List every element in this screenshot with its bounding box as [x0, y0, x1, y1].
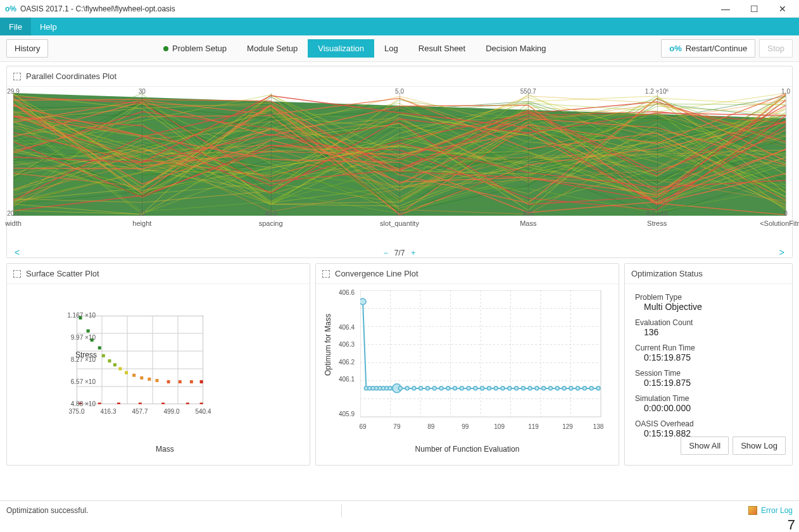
- pc-axis-label: height: [132, 220, 151, 227]
- convergence-title: Convergence Line Plot: [335, 269, 418, 278]
- svg-point-79: [535, 387, 539, 390]
- svg-point-75: [508, 387, 512, 390]
- convergence-panel: Convergence Line Plot Optimum for Mass N…: [315, 263, 619, 466]
- status-label: OASIS Overhead: [635, 419, 782, 428]
- show-all-button[interactable]: Show All: [681, 436, 729, 455]
- status-body: Problem TypeMulti ObjectiveEvaluation Co…: [625, 284, 792, 461]
- toolbar: History Problem Setup Module Setup Visua…: [0, 35, 799, 62]
- status-label: Simulation Time: [635, 394, 782, 403]
- svg-point-88: [596, 387, 600, 390]
- svg-point-67: [453, 387, 457, 390]
- svg-point-80: [542, 387, 546, 390]
- svg-rect-25: [190, 380, 193, 383]
- tab-problem-setup[interactable]: Problem Setup: [153, 39, 237, 58]
- svg-point-70: [474, 387, 477, 390]
- close-button[interactable]: ✕: [779, 4, 786, 14]
- status-message: Optimization successful.: [6, 506, 88, 515]
- svg-point-63: [425, 387, 429, 390]
- status-value: 0:15:19.875: [644, 352, 782, 362]
- svg-rect-23: [167, 380, 170, 383]
- svg-rect-15: [108, 359, 111, 362]
- svg-point-60: [405, 387, 409, 390]
- conv-ylabel: Optimum for Mass: [324, 314, 332, 376]
- svg-point-61: [412, 387, 416, 390]
- svg-point-59: [398, 387, 402, 390]
- pc-pager-plus[interactable]: +: [411, 249, 415, 257]
- svg-point-85: [576, 387, 580, 390]
- svg-rect-13: [98, 346, 101, 349]
- svg-point-83: [562, 387, 566, 390]
- status-item: Problem TypeMulti Objective: [635, 293, 782, 312]
- convergence-plot-body[interactable]: Optimum for Mass Number of Function Eval…: [316, 284, 619, 461]
- svg-point-86: [582, 387, 586, 390]
- svg-rect-31: [161, 403, 165, 405]
- scatter-xlabel: Mass: [156, 445, 174, 454]
- statusbar: Optimization successful. Error Log: [0, 500, 799, 519]
- minimize-button[interactable]: —: [721, 4, 730, 14]
- tab-result-sheet[interactable]: Result Sheet: [408, 39, 475, 58]
- surface-scatter-panel: Surface Scatter Plot Stress Mass 1.167 ×…: [6, 263, 310, 466]
- statusbar-divider: [341, 504, 342, 517]
- restart-continue-button[interactable]: o%Restart/Continue: [661, 39, 755, 58]
- error-log-link[interactable]: Error Log: [748, 506, 793, 515]
- tab-module-setup[interactable]: Module Setup: [237, 39, 308, 58]
- status-label: Current Run Time: [635, 343, 782, 352]
- svg-rect-22: [155, 379, 158, 382]
- content-area: Parallel Coordinates Plot width29.920.1h…: [0, 62, 799, 474]
- svg-point-66: [446, 387, 450, 390]
- svg-point-84: [569, 387, 573, 390]
- expand-icon[interactable]: [13, 73, 21, 80]
- parallel-plot-body[interactable]: width29.920.1height3020spacing40.0slot_q…: [7, 87, 792, 257]
- scatter-title: Surface Scatter Plot: [26, 269, 99, 278]
- svg-rect-18: [125, 371, 128, 374]
- svg-point-76: [515, 387, 519, 390]
- pc-pager-minus[interactable]: −: [384, 249, 388, 257]
- main-tabs: Problem Setup Module Setup Visualization…: [153, 39, 557, 58]
- history-button[interactable]: History: [6, 39, 48, 58]
- expand-icon[interactable]: [13, 270, 21, 278]
- svg-point-68: [460, 387, 463, 390]
- status-item: Evaluation Count136: [635, 318, 782, 337]
- pc-axis-label: slot_quantity: [380, 220, 419, 227]
- svg-rect-20: [140, 376, 143, 380]
- svg-point-62: [419, 387, 423, 390]
- svg-rect-24: [179, 380, 182, 383]
- svg-point-77: [521, 387, 525, 390]
- expand-icon[interactable]: [322, 270, 330, 278]
- app-icon: o%: [5, 4, 16, 13]
- tab-decision-making[interactable]: Decision Making: [475, 39, 556, 58]
- tab-log[interactable]: Log: [374, 39, 408, 58]
- svg-point-71: [481, 387, 484, 390]
- pc-prev-button[interactable]: <: [15, 247, 20, 257]
- status-value: Multi Objective: [644, 302, 782, 312]
- status-value: 136: [644, 327, 782, 337]
- svg-rect-19: [132, 374, 135, 377]
- svg-point-72: [487, 387, 491, 390]
- svg-point-82: [555, 387, 559, 390]
- svg-rect-21: [148, 378, 151, 381]
- show-log-button[interactable]: Show Log: [733, 436, 786, 455]
- scatter-plot-body[interactable]: Stress Mass 1.167 ×109.97 ×108.27 ×106.5…: [7, 284, 310, 461]
- pc-next-button[interactable]: >: [779, 247, 784, 257]
- titlebar: o% OASIS 2017.1 - C:\flywheel\flywheel-o…: [0, 0, 799, 18]
- svg-point-69: [467, 387, 470, 390]
- svg-rect-17: [118, 367, 122, 370]
- pc-axis-label: Stress: [647, 220, 667, 227]
- status-value: 0:00:00.000: [644, 403, 782, 413]
- status-label: Session Time: [635, 369, 782, 378]
- svg-point-74: [501, 387, 505, 390]
- maximize-button[interactable]: ☐: [750, 4, 758, 14]
- menu-file[interactable]: File: [0, 18, 31, 35]
- window-title: OASIS 2017.1 - C:\flywheel\flywheel-opt.…: [20, 4, 175, 13]
- status-item: Current Run Time0:15:19.875: [635, 343, 782, 362]
- svg-rect-26: [200, 380, 203, 383]
- status-label: Evaluation Count: [635, 318, 782, 327]
- status-item: Simulation Time0:00:00.000: [635, 394, 782, 413]
- pc-pager-value: 7/7: [394, 249, 405, 257]
- menu-help[interactable]: Help: [31, 18, 66, 35]
- svg-rect-28: [98, 403, 101, 405]
- svg-rect-32: [186, 403, 189, 405]
- svg-rect-11: [87, 330, 90, 333]
- stop-button[interactable]: Stop: [759, 39, 793, 58]
- tab-visualization[interactable]: Visualization: [308, 39, 374, 58]
